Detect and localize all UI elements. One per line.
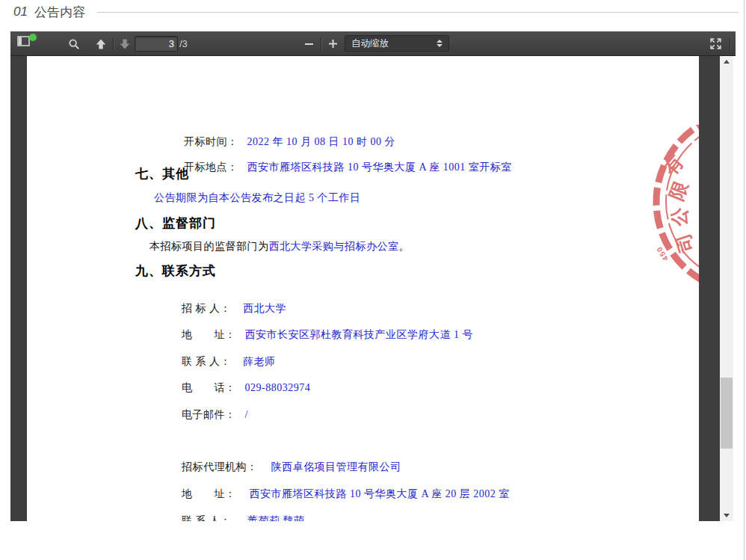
field-label: 开标时间： [184,135,238,149]
field-value: 董菊莉 魏萌 [247,515,305,521]
field-value: 西北大学 [243,303,286,314]
field-value: / [245,409,248,420]
field-label: 开标地点： [184,161,238,174]
supervisor-prefix: 本招标项目的监督部门为 [149,241,269,252]
field-value: 西安市雁塔区科技路 10 号华奥大厦 A 座 20 层 2002 室 [250,488,510,499]
section-heading-8: 八、监督部门 [135,215,216,232]
field-label: 电 话： [182,381,236,395]
vertical-scrollbar[interactable] [720,56,733,521]
search-icon [68,38,80,50]
field-label: 联 系 人： [182,355,234,369]
toolbar-separator [730,37,730,50]
supervisor-department: 西北大学采购与招标办公室 [269,241,399,252]
field-label: 地 址： [182,328,236,342]
fullscreen-icon [709,37,722,50]
toolbar-separator [113,37,114,50]
triangle-up-icon [724,60,730,64]
select-spinner-icon [437,40,443,47]
field-value: 2022 年 10 月 08 日 10 时 00 分 [247,136,396,147]
pdf-toolbar: /3 自动缩放 [10,31,736,56]
field-label: 招 标 人： [182,302,234,316]
zoom-select-value: 自动缩放 [351,37,389,50]
field-label: 地 址： [182,487,236,501]
plus-icon [328,39,338,49]
toolbar-separator [321,37,321,50]
section-heading-7: 七、其他 [135,165,189,182]
agency-row: 联 系 人：董菊莉 魏萌 [152,502,305,521]
field-label: 电子邮件： [182,408,236,422]
field-value: 陕西卓佲项目管理有限公司 [271,461,401,473]
field-value: 薛老师 [243,356,276,367]
field-value: 西安市长安区郭杜教育科技产业区学府大道 1 号 [245,329,474,340]
section-number: 01 [13,4,28,19]
supervisor-suffix: 。 [399,241,410,252]
info-row: 开标地点：西安市雁塔区科技路 10 号华奥大厦 A 座 1001 室开标室 [154,149,512,186]
arrow-up-icon [95,38,107,50]
field-label: 招标代理机构： [182,461,258,474]
scrollbar-thumb[interactable] [721,378,733,449]
next-page-button[interactable] [115,34,135,53]
scroll-down-button[interactable] [720,510,733,521]
section-title: 公告内容 [34,4,85,21]
document-text: 开标时间：2022 年 10 月 08 日 10 时 00 分 开标地点：西安市… [27,56,699,521]
contact-row: 电子邮件：/ [152,396,248,434]
zoom-out-button[interactable] [299,34,318,53]
zoom-in-button[interactable] [323,34,342,53]
toggle-sidebar-button[interactable] [16,34,37,53]
viewer-canvas: 开标时间：2022 年 10 月 08 日 10 时 00 分 开标地点：西安市… [10,56,720,521]
notification-dot [29,34,37,41]
arrow-down-icon [119,38,131,50]
presentation-mode-button[interactable] [706,34,725,53]
scroll-up-button[interactable] [720,56,733,67]
supervisor-text: 本招标项目的监督部门为西北大学采购与招标办公室。 [149,240,410,253]
minus-icon [305,43,313,45]
page-right-border [744,0,745,560]
field-value: 029-88032974 [245,382,311,393]
previous-page-button[interactable] [91,34,111,53]
page-total-label: /3 [179,38,188,49]
field-label: 联 系 人： [182,514,234,521]
triangle-down-icon [724,514,730,517]
section-heading-9: 九、联系方式 [135,262,216,280]
search-button[interactable] [64,34,84,53]
zoom-select[interactable]: 自动缩放 [345,35,449,52]
page-number-input[interactable] [135,36,178,52]
header-rule [97,12,739,13]
pdf-page: 开标时间：2022 年 10 月 08 日 10 时 00 分 开标地点：西安市… [27,56,699,521]
notice-period-text: 公告期限为自本公告发布之日起 5 个工作日 [154,191,361,205]
pdf-viewer: /3 自动缩放 [10,31,736,521]
field-value: 西安市雁塔区科技路 10 号华奥大厦 A 座 1001 室开标室 [247,161,512,173]
section-header: 01 公告内容 [13,3,739,21]
